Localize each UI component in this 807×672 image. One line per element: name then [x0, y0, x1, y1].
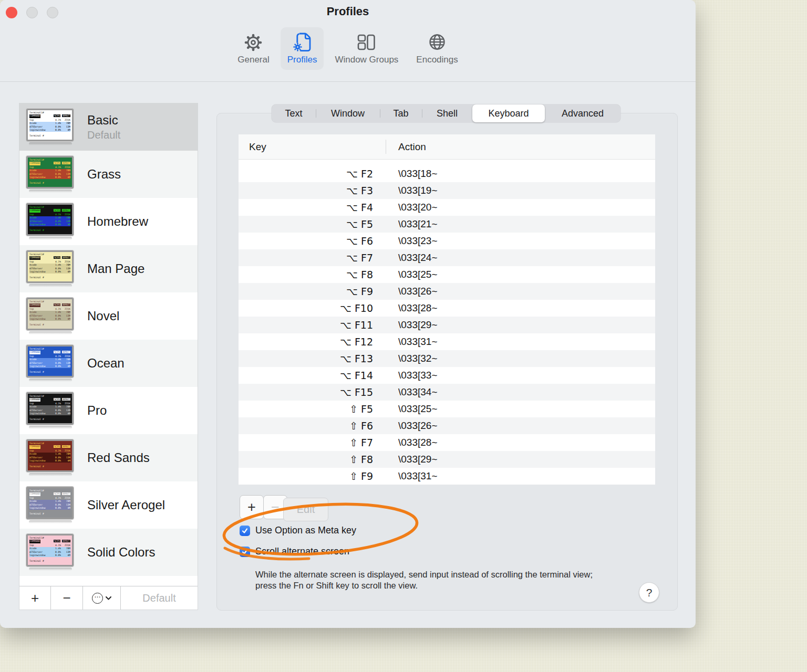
action-cell: \033[34~ — [398, 386, 438, 398]
column-header-action[interactable]: Action — [398, 141, 426, 153]
action-cell: \033[31~ — [398, 470, 438, 482]
thumb-footer-text: Terminal # — [29, 276, 70, 279]
column-header-key[interactable]: Key — [239, 141, 266, 153]
profile-label-group: Red Sands — [87, 450, 150, 465]
checkbox-checked-icon[interactable] — [240, 526, 250, 536]
profile-list-item[interactable]: Terminal1#COMMAND%CPU RPRVTtop4.1%231KXc… — [19, 103, 198, 151]
table-row[interactable]: ⌥ F6\033[23~ — [239, 233, 655, 249]
thumb-command-chip: COMMAND — [29, 114, 40, 118]
profile-list-item[interactable]: Terminal1#COMMAND%CPU RPRVTtop4.1%231KXc… — [19, 340, 198, 387]
tab-keyboard[interactable]: Keyboard — [472, 104, 545, 122]
toolbar-item-general[interactable]: General — [231, 27, 276, 70]
toolbar-item-window-groups[interactable]: Window Groups — [328, 27, 405, 70]
thumb-mem-chip: RPRVT — [62, 256, 70, 259]
remove-profile-button[interactable]: − — [51, 586, 83, 610]
profile-thumbnail: Terminal1#COMMAND%CPU RPRVTtop4.1%231KXc… — [26, 392, 75, 429]
thumb-header-chips: %CPU RPRVT — [54, 209, 70, 212]
key-cell: ⌥ F6 — [239, 235, 386, 247]
tab-advanced[interactable]: Advanced — [545, 104, 620, 122]
table-row[interactable]: ⌥ F7\033[24~ — [239, 249, 655, 266]
edit-key-binding-button[interactable]: Edit — [283, 498, 328, 521]
profile-list-item[interactable]: Terminal1#COMMAND%CPU RPRVTtop4.1%231KXc… — [19, 434, 198, 481]
thumb-mem-chip: RPRVT — [62, 351, 70, 353]
table-row[interactable]: ⇧ F7\033[28~ — [239, 434, 655, 451]
thumb-process-row: loginwindow0.0%4M — [29, 223, 70, 226]
key-cell: ⌥ F3 — [239, 185, 386, 196]
tab-window[interactable]: Window — [316, 104, 380, 122]
profile-list-item[interactable]: Terminal1#COMMAND%CPU RPRVTtop4.1%231KXc… — [19, 529, 198, 576]
profile-list-item[interactable]: Terminal1#COMMAND%CPU RPRVTtop4.1%231KXc… — [19, 387, 198, 434]
table-row[interactable]: ⇧ F8\033[29~ — [239, 451, 655, 468]
action-cell: \033[28~ — [398, 437, 438, 448]
scroll-alternate-screen-checkbox-row[interactable]: Scroll alternate screen — [240, 546, 349, 557]
profile-list-item[interactable]: Terminal1#COMMAND%CPU RPRVTtop4.1%231KXc… — [19, 198, 198, 245]
toolbar-item-profiles[interactable]: Profiles — [281, 27, 324, 70]
profiles-sidebar: Terminal1#COMMAND%CPU RPRVTtop4.1%231KXc… — [19, 103, 198, 610]
thumb-header-row: COMMAND%CPU RPRVT — [29, 256, 70, 259]
window-groups-icon — [355, 31, 378, 54]
key-cell: ⇧ F6 — [239, 420, 386, 432]
document-gear-icon — [291, 31, 314, 54]
table-row[interactable]: ⌥ F10\033[28~ — [239, 300, 655, 317]
tab-tab[interactable]: Tab — [380, 104, 422, 122]
terminal-preview-image: Terminal1#COMMAND%CPU RPRVTtop4.1%231KXc… — [26, 156, 74, 188]
tab-shell[interactable]: Shell — [422, 104, 472, 122]
table-row[interactable]: ⌥ F13\033[32~ — [239, 350, 655, 367]
globe-icon — [426, 31, 449, 54]
profile-label-group: Man Page — [87, 261, 144, 276]
thumb-cpu-chip: %CPU — [54, 351, 60, 353]
toolbar-label-window-groups: Window Groups — [335, 55, 398, 65]
thumb-command-chip: COMMAND — [29, 162, 40, 165]
profile-name-label: Pro — [87, 403, 107, 418]
table-row[interactable]: ⇧ F5\033[25~ — [239, 401, 655, 417]
toolbar-item-encodings[interactable]: Encodings — [409, 27, 464, 70]
profile-list-item[interactable]: Terminal1#COMMAND%CPU RPRVTtop4.1%231KXc… — [19, 151, 198, 198]
table-row[interactable]: ⌥ F11\033[29~ — [239, 317, 655, 333]
profile-list-item[interactable]: Terminal1#COMMAND%CPU RPRVTtop4.1%231KXc… — [19, 245, 198, 292]
tab-text[interactable]: Text — [272, 104, 316, 122]
profile-thumbnail: Terminal1#COMMAND%CPU RPRVTtop4.1%231KXc… — [26, 487, 75, 523]
table-row[interactable]: ⌥ F8\033[25~ — [239, 266, 655, 283]
thumb-footer-text: Terminal # — [29, 182, 70, 185]
thumbnail-reflection — [29, 142, 72, 145]
profile-name-label: Ocean — [87, 356, 125, 371]
thumbnail-reflection — [29, 426, 72, 429]
table-row[interactable]: ⌥ F15\033[34~ — [239, 384, 655, 401]
table-row[interactable]: ⌥ F4\033[20~ — [239, 199, 655, 216]
profile-list-item[interactable]: Terminal1#COMMAND%CPU RPRVTtop4.1%231KXc… — [19, 481, 198, 529]
table-row[interactable]: ⇧ F9\033[31~ — [239, 468, 655, 485]
add-key-binding-button[interactable]: + — [240, 495, 264, 519]
table-row[interactable]: ⌥ F12\033[31~ — [239, 333, 655, 350]
thumb-command-chip: COMMAND — [29, 540, 40, 543]
table-row[interactable]: ⌥ F14\033[33~ — [239, 367, 655, 384]
thumb-footer-text: Terminal # — [29, 418, 70, 421]
thumb-header-row: COMMAND%CPU RPRVT — [29, 303, 70, 307]
table-row[interactable]: ⌥ F2\033[18~ — [239, 165, 655, 182]
add-profile-button[interactable]: + — [19, 586, 51, 610]
action-cell: \033[26~ — [398, 286, 438, 297]
action-cell: \033[29~ — [398, 454, 438, 465]
thumb-process-row: loginwindow0.0%4M — [29, 459, 70, 463]
profile-label-group: Novel — [87, 309, 119, 323]
table-row[interactable]: ⌥ F3\033[19~ — [239, 182, 655, 199]
profile-name-label: Grass — [87, 167, 121, 182]
use-option-as-meta-key-checkbox-row[interactable]: Use Option as Meta key — [240, 525, 356, 536]
checkbox-checked-icon[interactable] — [240, 547, 250, 557]
thumb-command-chip: COMMAND — [29, 398, 40, 401]
help-button[interactable]: ? — [639, 582, 659, 603]
thumb-header-row: COMMAND%CPU RPRVT — [29, 492, 70, 496]
table-row[interactable]: ⌥ F5\033[21~ — [239, 216, 655, 233]
key-cell: ⌥ F11 — [239, 319, 386, 331]
action-cell: \033[29~ — [398, 319, 438, 331]
thumb-cpu-chip: %CPU — [54, 445, 60, 448]
table-row[interactable]: ⌥ F9\033[26~ — [239, 283, 655, 300]
thumb-command-chip: COMMAND — [29, 256, 40, 259]
table-body: ⌥ F2\033[18~⌥ F3\033[19~⌥ F4\033[20~⌥ F5… — [239, 165, 655, 485]
set-default-button[interactable]: Default — [121, 586, 198, 610]
profile-actions-menu-button[interactable]: ⋯ — [83, 586, 121, 610]
profile-list-item[interactable]: Terminal1#COMMAND%CPU RPRVTtop4.1%231KXc… — [19, 292, 198, 340]
key-cell: ⇧ F8 — [239, 454, 386, 465]
action-cell: \033[24~ — [398, 252, 438, 264]
table-row[interactable]: ⇧ F6\033[26~ — [239, 417, 655, 434]
column-divider[interactable] — [386, 140, 386, 154]
